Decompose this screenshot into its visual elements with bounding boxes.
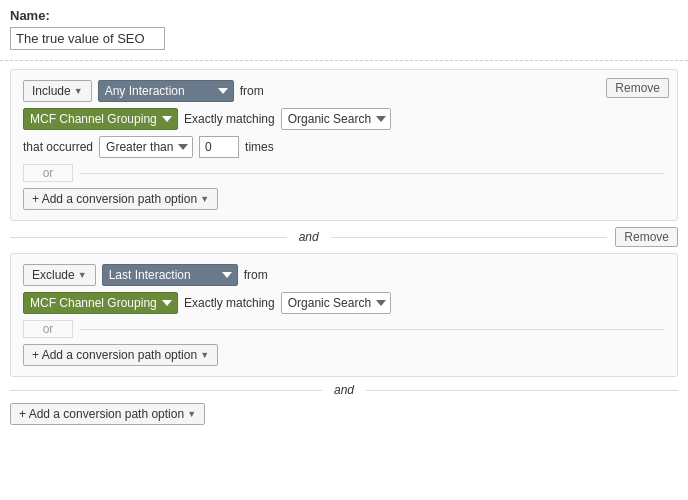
- add-option-label-1: + Add a conversion path option: [32, 192, 197, 206]
- or-box-1: or: [23, 164, 73, 182]
- channel-grouping-select-2[interactable]: MCF Channel Grouping: [23, 292, 178, 314]
- or-line-2: [79, 329, 665, 330]
- and-line-left-2: [10, 390, 322, 391]
- row-times-1: that occurred Greater than Less than Equ…: [23, 136, 665, 158]
- segment-block-2: Exclude ▼ Any Interaction First Interact…: [10, 253, 678, 377]
- bottom-add-option-button[interactable]: + Add a conversion path option ▼: [10, 403, 205, 425]
- include-button-1[interactable]: Include ▼: [23, 80, 92, 102]
- and-line-right-1: [331, 237, 608, 238]
- and-line-left-1: [10, 237, 287, 238]
- row-channel-1: MCF Channel Grouping Exactly matching Or…: [23, 108, 665, 130]
- from-text-1: from: [240, 84, 264, 98]
- and-connector-1: and Remove: [10, 227, 678, 247]
- times-text-1: times: [245, 140, 274, 154]
- add-option-label-2: + Add a conversion path option: [32, 348, 197, 362]
- row-channel-2: MCF Channel Grouping Exactly matching Or…: [23, 292, 665, 314]
- exactly-matching-text-2: Exactly matching: [184, 296, 275, 310]
- channel-grouping-select-1[interactable]: MCF Channel Grouping: [23, 108, 178, 130]
- include-caret-1: ▼: [74, 86, 83, 96]
- interaction-select-2[interactable]: Any Interaction First Interaction Last I…: [102, 264, 238, 286]
- name-label: Name:: [10, 8, 678, 23]
- exclude-button-2[interactable]: Exclude ▼: [23, 264, 96, 286]
- and-text-2: and: [330, 383, 358, 397]
- bottom-add-row: + Add a conversion path option ▼: [10, 403, 678, 425]
- add-option-button-1[interactable]: + Add a conversion path option ▼: [23, 188, 218, 210]
- and-text-1: and: [295, 230, 323, 244]
- add-option-caret-1: ▼: [200, 194, 209, 204]
- exclude-label-2: Exclude: [32, 268, 75, 282]
- or-row-1: or: [23, 164, 665, 182]
- exactly-matching-text-1: Exactly matching: [184, 112, 275, 126]
- add-option-row-2: + Add a conversion path option ▼: [23, 344, 665, 366]
- main-content: Remove Include ▼ Any Interaction First I…: [0, 61, 688, 433]
- include-label-1: Include: [32, 84, 71, 98]
- greater-than-select-1[interactable]: Greater than Less than Equal to: [99, 136, 193, 158]
- or-box-2: or: [23, 320, 73, 338]
- add-option-caret-2: ▼: [200, 350, 209, 360]
- bottom-add-option-label: + Add a conversion path option: [19, 407, 184, 421]
- add-option-button-2[interactable]: + Add a conversion path option ▼: [23, 344, 218, 366]
- remove-button-and-1[interactable]: Remove: [615, 227, 678, 247]
- remove-button-1[interactable]: Remove: [606, 78, 669, 98]
- name-input[interactable]: [10, 27, 165, 50]
- bottom-add-option-caret: ▼: [187, 409, 196, 419]
- or-line-1: [79, 173, 665, 174]
- name-section: Name:: [0, 0, 688, 61]
- and-line-right-2: [366, 390, 678, 391]
- segment-block-1: Remove Include ▼ Any Interaction First I…: [10, 69, 678, 221]
- row-interaction-1: Include ▼ Any Interaction First Interact…: [23, 80, 665, 102]
- or-row-2: or: [23, 320, 665, 338]
- times-value-input-1[interactable]: [199, 136, 239, 158]
- interaction-select-1[interactable]: Any Interaction First Interaction Last I…: [98, 80, 234, 102]
- and-connector-2: and: [10, 383, 678, 397]
- that-occurred-text-1: that occurred: [23, 140, 93, 154]
- organic-search-select-1[interactable]: Organic Search Paid Search Direct Email …: [281, 108, 391, 130]
- add-option-row-1: + Add a conversion path option ▼: [23, 188, 665, 210]
- from-text-2: from: [244, 268, 268, 282]
- exclude-caret-2: ▼: [78, 270, 87, 280]
- row-interaction-2: Exclude ▼ Any Interaction First Interact…: [23, 264, 665, 286]
- organic-search-select-2[interactable]: Organic Search Paid Search Direct Email …: [281, 292, 391, 314]
